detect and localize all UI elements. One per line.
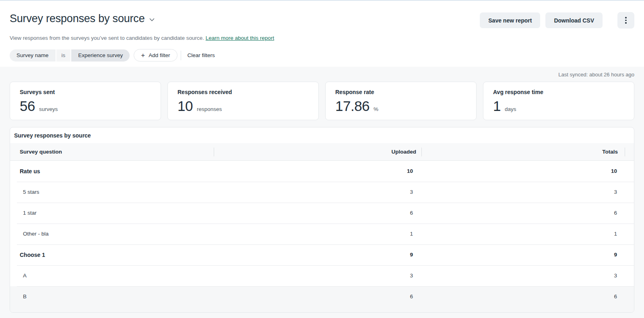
metric-label: Surveys sent [20,89,151,95]
chevron-down-icon[interactable] [149,16,155,23]
row-totals-value: 3 [422,182,625,203]
filter-field-chip[interactable]: Survey name [10,49,56,62]
last-synced-text: Last synced: about 26 hours ago [10,67,634,78]
kebab-menu-button[interactable] [617,12,634,29]
metric-card: Surveys sent56surveys [10,82,161,120]
column-header-survey-question: Survey question [10,143,214,160]
clear-filters-button[interactable]: Clear filters [184,52,218,58]
column-header-uploaded: Uploaded [214,143,422,160]
table-row[interactable]: 5 stars33 [10,182,634,203]
table-row[interactable]: Rate us1010 [10,161,634,182]
row-uploaded-value: 10 [214,161,422,182]
row-totals-value: 6 [422,203,625,224]
row-label: B [10,286,214,307]
table-row[interactable]: Choose 199 [10,244,634,265]
table-row[interactable]: Other - bla11 [10,224,634,244]
metric-card: Response rate17.86% [325,82,477,120]
metric-unit: surveys [39,106,58,112]
report-body: Last synced: about 26 hours ago Surveys … [0,67,644,318]
metric-label: Response rate [335,89,466,95]
metric-unit: days [505,106,516,112]
metric-unit: % [374,106,378,112]
save-new-report-button[interactable]: Save new report [480,12,540,28]
row-uploaded-value: 3 [214,182,422,203]
row-label: 1 star [10,203,214,224]
row-totals-value: 6 [422,286,625,307]
metric-value: 56 [20,98,35,114]
row-label: 5 stars [10,182,214,203]
table-row[interactable]: 1 star66 [10,203,634,224]
metric-card: Avg response time1days [483,82,634,120]
row-label: Other - bla [10,224,214,244]
metric-label: Responses received [178,89,309,95]
row-totals-value: 10 [422,161,625,182]
add-filter-label: Add filter [149,52,170,58]
filter-chip-group: Survey name is Experience survey [10,49,130,62]
table-body: Rate us10105 stars331 star66Other - bla1… [10,161,634,313]
row-totals-value: 9 [422,244,625,265]
metric-value: 10 [178,98,193,114]
row-totals-value: 3 [422,265,625,286]
kebab-dot [625,20,627,21]
row-uploaded-value: 9 [214,244,422,265]
page-title: Survey responses by source [10,11,144,26]
row-uploaded-value: 3 [214,265,422,286]
filter-bar: Survey name is Experience survey + Add f… [10,49,634,62]
table-row[interactable]: A33 [10,265,634,286]
vertical-divider [181,51,181,60]
metric-card-row: Surveys sent56surveysResponses received1… [10,82,634,120]
row-uploaded-value: 6 [214,286,422,307]
metric-value: 17.86 [335,98,369,114]
row-uploaded-value: 1 [214,224,422,244]
add-filter-button[interactable]: + Add filter [134,49,177,62]
filter-operator-chip[interactable]: is [56,49,71,62]
kebab-dot [625,17,627,18]
kebab-dot [625,22,627,24]
table-header-row: Survey question Uploaded Totals [10,143,634,161]
filter-value-chip[interactable]: Experience survey [71,49,130,62]
metric-card: Responses received10responses [167,82,319,120]
metric-unit: responses [197,106,222,112]
metric-value: 1 [493,98,501,114]
download-csv-button[interactable]: Download CSV [545,12,603,28]
metric-label: Avg response time [493,89,624,95]
row-uploaded-value: 6 [214,203,422,224]
table-card-title: Survey responses by source [10,127,634,143]
table-row[interactable]: B66 [10,286,634,313]
description-text: View responses from the surveys you’ve s… [10,35,204,41]
row-label: Choose 1 [10,244,214,265]
learn-more-link[interactable]: Learn more about this report [206,35,274,41]
row-totals-value: 1 [422,224,625,244]
row-label: A [10,265,214,286]
page-description: View responses from the surveys you’ve s… [10,35,634,41]
plus-icon: + [141,52,145,59]
page-header: Survey responses by source Save new repo… [0,1,644,67]
row-label: Rate us [10,161,214,182]
survey-responses-table-card: Survey responses by source Survey questi… [10,127,634,313]
column-header-totals: Totals [422,143,625,160]
